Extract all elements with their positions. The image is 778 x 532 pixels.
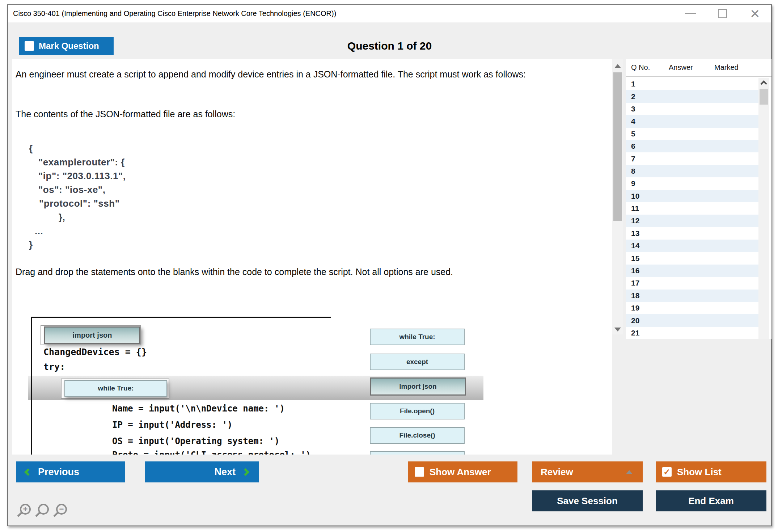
- json-line: "os": "ios-xe",: [29, 183, 126, 197]
- review-label: Review: [541, 466, 573, 478]
- question-number: 11: [631, 204, 639, 213]
- minimize-icon[interactable]: [685, 13, 696, 14]
- question-row[interactable]: 18: [626, 290, 758, 302]
- magnifier-icon[interactable]: [38, 504, 49, 515]
- question-list-scrollbar[interactable]: [758, 78, 769, 339]
- question-row[interactable]: 9: [626, 177, 758, 190]
- question-row[interactable]: 7: [626, 152, 758, 165]
- option-chip-file-close[interactable]: File.close(): [370, 427, 465, 444]
- option-chip-file-open[interactable]: File.open(): [370, 403, 465, 419]
- scroll-down-icon[interactable]: [614, 328, 621, 332]
- option-chip-import-json[interactable]: import json: [370, 377, 466, 396]
- question-row[interactable]: 21: [626, 327, 758, 339]
- question-panel: An engineer must create a script to appe…: [12, 59, 612, 455]
- question-number: 5: [631, 130, 635, 138]
- question-number: 4: [631, 117, 635, 126]
- filled-slot-chip-import-json[interactable]: import json: [44, 326, 140, 344]
- question-row[interactable]: 8: [626, 165, 758, 177]
- question-list-scrollbar-thumb[interactable]: [760, 89, 768, 105]
- question-row[interactable]: 16: [626, 265, 758, 277]
- end-exam-label: End Exam: [688, 495, 734, 507]
- save-session-label: Save Session: [557, 495, 618, 507]
- question-row[interactable]: 11: [626, 202, 758, 215]
- code-line-changeddevices: ChangedDevices = {}: [43, 347, 147, 357]
- question-row[interactable]: 19: [626, 302, 758, 314]
- save-session-button[interactable]: Save Session: [532, 490, 643, 511]
- question-number: 13: [631, 229, 639, 238]
- option-chip-except[interactable]: except: [370, 354, 465, 370]
- code-line-os-input: OS = input('Operating system: '): [112, 436, 279, 446]
- question-number: 18: [631, 291, 639, 300]
- option-chip-while-true[interactable]: while True:: [370, 329, 465, 345]
- show-answer-checkbox[interactable]: [415, 467, 424, 477]
- json-line: "examplerouter": {: [29, 155, 126, 169]
- end-exam-button[interactable]: End Exam: [656, 490, 766, 511]
- question-list-panel: Q No. Answer Marked 12345678910111213141…: [626, 59, 771, 339]
- show-answer-label: Show Answer: [430, 466, 491, 478]
- json-line: {: [29, 142, 126, 155]
- maximize-icon[interactable]: [718, 9, 727, 18]
- question-row[interactable]: 1: [626, 78, 758, 90]
- question-row[interactable]: 17: [626, 277, 758, 289]
- question-row[interactable]: 2: [626, 90, 758, 102]
- previous-label: Previous: [38, 466, 79, 478]
- code-line-name-input: Name = input('\n\nDevice name: '): [112, 404, 285, 414]
- question-list: 123456789101112131415161718192021: [626, 78, 758, 339]
- question-number: 1: [631, 80, 635, 88]
- content-scrollbar-thumb[interactable]: [613, 72, 622, 221]
- question-number: 6: [631, 142, 635, 151]
- question-row[interactable]: 3: [626, 103, 758, 115]
- zoom-out-icon[interactable]: −: [56, 504, 67, 515]
- exam-window: Cisco 350-401 (Implementing and Operatin…: [7, 4, 772, 526]
- question-number: 16: [631, 266, 639, 275]
- window-title: Cisco 350-401 (Implementing and Operatin…: [13, 9, 336, 18]
- show-list-label: Show List: [677, 466, 722, 478]
- code-box-top-border: [31, 317, 331, 318]
- previous-button[interactable]: Previous: [16, 461, 125, 482]
- question-counter: Question 1 of 20: [8, 40, 771, 52]
- code-line-ip-input: IP = input('Address: '): [112, 420, 232, 430]
- question-row[interactable]: 12: [626, 215, 758, 227]
- zoom-in-icon[interactable]: +: [20, 504, 31, 515]
- option-chip-partial[interactable]: [370, 451, 465, 455]
- question-row[interactable]: 14: [626, 240, 758, 252]
- json-line: }: [29, 238, 126, 252]
- code-box-left-border: [31, 317, 32, 455]
- show-list-button[interactable]: ✓ Show List: [656, 461, 766, 482]
- content-scrollbar[interactable]: [612, 59, 623, 334]
- json-line: ...: [29, 224, 126, 238]
- scroll-up-icon[interactable]: [760, 80, 767, 87]
- json-line: "protocol": "ssh": [29, 197, 126, 210]
- question-number: 3: [631, 105, 635, 113]
- question-number: 9: [631, 179, 635, 188]
- code-line-try: try:: [43, 362, 65, 372]
- question-row[interactable]: 15: [626, 252, 758, 264]
- question-row[interactable]: 6: [626, 140, 758, 152]
- review-button[interactable]: Review: [532, 461, 643, 482]
- show-list-checkbox[interactable]: ✓: [662, 467, 672, 477]
- question-row[interactable]: 10: [626, 190, 758, 202]
- question-row[interactable]: 4: [626, 115, 758, 127]
- question-list-header: Q No. Answer Marked: [626, 59, 771, 77]
- question-contents-text: The contents of the JSON-formatted file …: [16, 107, 599, 121]
- close-icon[interactable]: ✕: [750, 7, 760, 21]
- question-intro-text: An engineer must create a script to appe…: [16, 68, 599, 81]
- question-row[interactable]: 13: [626, 227, 758, 240]
- question-number: 20: [631, 316, 639, 325]
- question-number: 15: [631, 254, 639, 263]
- question-row[interactable]: 20: [626, 314, 758, 326]
- question-number: 12: [631, 216, 639, 225]
- code-line-proto-input: Proto = input('CLI access protocol: '): [112, 450, 311, 455]
- dragged-chip-while-true[interactable]: while True:: [64, 380, 167, 397]
- drag-instruction-text: Drag and drop the statements onto the bl…: [16, 265, 599, 278]
- chevron-right-icon: [242, 468, 249, 476]
- next-button[interactable]: Next: [145, 461, 259, 482]
- show-answer-button[interactable]: Show Answer: [408, 461, 517, 482]
- json-line: "ip": "203.0.113.1",: [29, 169, 126, 183]
- column-marked: Marked: [714, 63, 739, 72]
- question-number: 21: [631, 329, 639, 337]
- question-row[interactable]: 5: [626, 128, 758, 140]
- next-label: Next: [214, 466, 236, 478]
- question-number: 2: [631, 92, 635, 101]
- scroll-up-icon[interactable]: [614, 64, 621, 68]
